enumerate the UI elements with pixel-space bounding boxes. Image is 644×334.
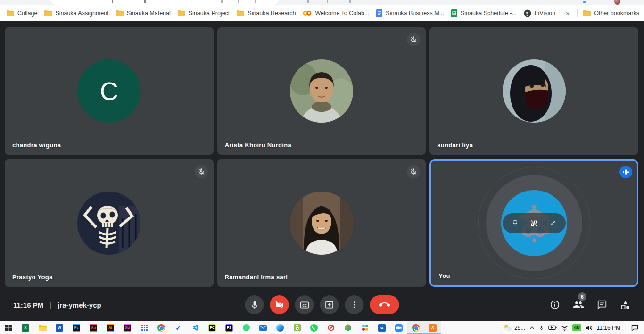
mic-off-icon [198,168,205,175]
activities-button[interactable] [620,300,631,310]
remove-tile-button[interactable] [528,217,540,229]
taskbar-todo[interactable]: ✓ [170,321,187,334]
photo-cartoon-skeleton [77,192,140,255]
tray-battery[interactable] [548,325,557,330]
bookmark-label: Sinauka Research [248,10,296,17]
bookmark-label: Welcome To Colab... [315,10,369,17]
taskbar-chrome[interactable] [153,321,170,334]
pin-tile-button[interactable] [509,217,521,229]
videocam-off-icon [275,300,284,309]
adobe-xd-icon: Xd [124,324,131,332]
chat-button[interactable] [597,300,607,310]
toolbar-fragment [112,0,113,3]
chrome-icon [412,324,420,332]
bookmark-sinauka-assignment[interactable]: Sinauka Assignment [44,10,108,17]
bookmark-label: InVision [535,10,555,17]
participants-button[interactable]: 6 [573,299,584,310]
oc-app-icon: ∝ [378,324,386,332]
more-vertical-icon [350,301,359,309]
vscode-icon [192,324,199,331]
taskbar-file-explorer[interactable] [34,321,51,334]
taskbar-vscode[interactable] [187,321,204,334]
taskbar-edge[interactable] [272,321,289,334]
participant-tile-prastyo: Prastyo Yoga [5,159,214,287]
taskbar-word[interactable]: W [51,321,68,334]
taskbar-photoshop[interactable]: Ps [68,321,85,334]
taskbar-animate[interactable]: An [85,321,102,334]
photoshop-icon: Ps [73,324,80,332]
taskbar-clock[interactable]: 11:16 PM [597,325,620,331]
taskbar-android[interactable] [238,321,255,334]
tray-chevron-up[interactable] [529,326,535,330]
bookmark-sinauka-schedule[interactable]: Sinauka Schedule -... [451,9,517,17]
taskbar-oc-app[interactable]: ∝ [373,321,390,334]
participant-photo [77,192,140,255]
folder-icon [178,10,185,16]
taskbar-pinwheel-app[interactable] [356,321,373,334]
tray-wifi[interactable] [561,325,568,331]
participant-tile-chandra-wiguna: C chandra wiguna [5,27,214,155]
bookmark-invision[interactable]: InVision [524,9,555,17]
muted-mic-badge [195,165,208,178]
activities-shapes-icon [620,300,631,310]
minimize-tile-button[interactable] [547,217,559,229]
more-options-button[interactable] [345,295,364,314]
participant-name: chandra wiguna [12,142,61,149]
bookmarks-overflow-chevron[interactable]: » [564,9,571,17]
taskbar-chrome-active[interactable] [407,321,424,334]
wifi-icon [561,325,568,331]
tile-hover-actions [503,213,566,233]
toolbar-fragment [221,0,223,3]
bookmark-sinauka-business[interactable]: Sinauka Business M... [376,9,444,17]
taskbar-adobe-xd[interactable]: Xd [119,321,136,334]
meeting-code: jra-ymek-ycp [58,301,101,309]
android-icon [243,324,250,331]
taskbar-zoom-app[interactable] [390,321,407,334]
tray-mic[interactable] [539,325,544,331]
taskbar-phpstorm[interactable]: PS [221,321,238,334]
taskbar-whatsapp[interactable] [305,321,322,334]
bookmark-sinauka-material[interactable]: Sinauka Material [116,10,171,17]
mic-button[interactable] [245,295,264,314]
bookmark-collage[interactable]: Collage [7,10,37,17]
taskbar-calendar[interactable] [136,321,153,334]
camera-off-button[interactable] [270,295,289,314]
bookmark-sinauka-research[interactable]: Sinauka Research [237,10,296,17]
participant-name: Arista Khoiru Nurdina [225,142,291,149]
captions-button[interactable]: CC [295,295,314,314]
bookmark-label: Collage [17,10,37,17]
temperature-label: 25... [514,325,525,331]
action-center-button[interactable] [625,325,638,331]
chat-icon [597,300,607,310]
weather-widget[interactable]: 25... [504,324,525,331]
taskbar-pycharm[interactable]: PC [204,321,221,334]
folder-icon [44,10,52,16]
chevron-up-icon [529,326,535,330]
other-bookmarks[interactable]: Other bookmarks [583,10,639,17]
taskbar-excel[interactable]: X [17,321,34,334]
taskbar-illustrator[interactable]: Ai [102,321,119,334]
present-button[interactable] [320,295,339,314]
folder-icon [116,10,124,16]
meeting-details-button[interactable] [550,300,560,310]
folder-icon [237,10,244,16]
bookmark-colab[interactable]: Welcome To Colab... [303,10,369,17]
pin-icon [511,219,519,227]
taskbar-red-app[interactable] [322,321,339,334]
taskbar-xampp[interactable]: X [424,321,441,334]
mail-icon [259,325,267,331]
start-button[interactable] [0,321,17,334]
battery-percent-badge[interactable]: 40 [572,324,581,331]
red-swirl-icon [328,324,335,331]
bookmark-sinauka-project[interactable]: Sinauka Project [178,10,230,17]
leave-call-button[interactable] [370,295,399,314]
bookmark-label: Sinauka Schedule -... [461,10,517,17]
mic-icon [250,301,259,309]
omnibox[interactable] [50,0,279,5]
taskbar-hexagon-app[interactable] [339,321,356,334]
taskbar-camera-emulator[interactable] [289,321,305,334]
tray-volume[interactable] [586,325,593,331]
taskbar-mail[interactable] [255,321,272,334]
camera-emulator-icon [294,324,301,331]
browser-profile-avatar[interactable] [614,0,620,5]
